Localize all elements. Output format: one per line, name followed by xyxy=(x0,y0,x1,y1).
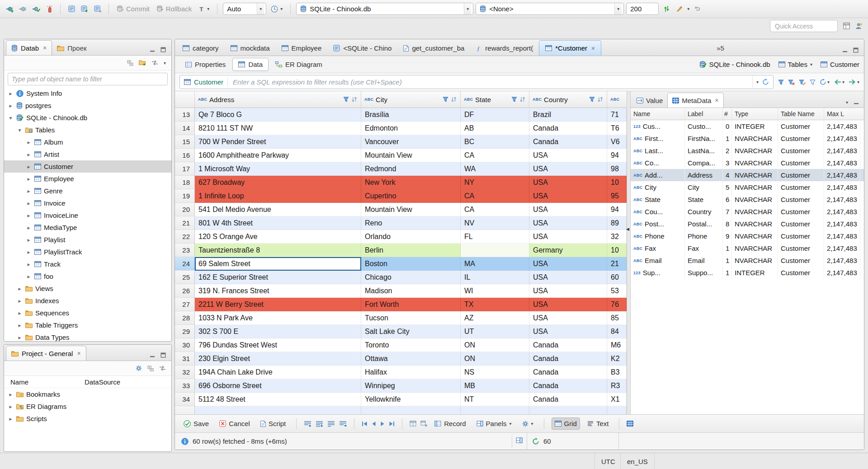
row-number-cell[interactable]: 19 xyxy=(175,189,195,203)
metadata-row[interactable]: ABCCityCity5NVARCHARCustomer2,147,483 xyxy=(631,181,864,193)
cell-address[interactable]: 194A Chain Lake Drive xyxy=(195,366,361,379)
cell-country[interactable]: USA xyxy=(529,284,607,298)
cell-state[interactable]: WA xyxy=(461,162,529,176)
cell-city[interactable]: Brasília xyxy=(361,108,461,122)
metadata-row[interactable]: ABCFirst...FirstNa...1NVARCHARCustomer2,… xyxy=(631,132,864,145)
cell-country[interactable]: Germany xyxy=(529,244,607,257)
context-container[interactable]: Tables ▾ xyxy=(778,61,812,68)
cell-address[interactable]: 1033 N Park Ave xyxy=(195,311,361,325)
row-number-cell[interactable]: 30 xyxy=(175,338,195,352)
tree-item-invoice[interactable]: ▸Invoice xyxy=(4,197,171,209)
view-menu-icon[interactable]: ▾ xyxy=(164,61,166,66)
tree-item-playlist[interactable]: ▸Playlist xyxy=(4,234,171,246)
column-header-postalcode[interactable]: ABC xyxy=(607,91,627,108)
open-in-window-icon[interactable] xyxy=(410,421,416,427)
reorder-icon[interactable] xyxy=(661,4,672,14)
collapsed-arrow-icon[interactable]: ▸ xyxy=(26,261,32,267)
cell-city[interactable]: Reno xyxy=(361,216,461,230)
column-header-name[interactable]: Name xyxy=(4,378,85,386)
row-number-cell[interactable]: 24 xyxy=(175,257,195,271)
text-view-toggle[interactable]: Text xyxy=(584,417,612,430)
cell-state[interactable]: NV xyxy=(461,216,529,230)
new-sql-editor-icon[interactable] xyxy=(79,4,90,14)
cell-city[interactable]: Cupertino xyxy=(361,189,461,203)
column-header-address[interactable]: ABCAddress xyxy=(195,91,361,108)
cell-country[interactable]: USA xyxy=(529,325,607,338)
expanded-arrow-icon[interactable]: ▾ xyxy=(17,127,23,133)
tab-metadata[interactable]: MetaData × xyxy=(667,93,723,108)
cell-city[interactable]: New York xyxy=(361,176,461,189)
row-number-cell[interactable]: 17 xyxy=(175,162,195,176)
editor-tab-employee[interactable]: Employee xyxy=(276,41,328,56)
cell-city[interactable]: Madison xyxy=(361,284,461,298)
metadata-row[interactable]: ABCAdd...Address4NVARCHARCustomer2,147,4… xyxy=(631,169,864,181)
tree-item-album[interactable]: ▸Album xyxy=(4,136,171,148)
metadata-row[interactable]: ABCLast...LastNa...2NVARCHARCustomer2,14… xyxy=(631,145,864,157)
column-header-name[interactable]: Name xyxy=(631,108,685,120)
cell-state[interactable]: CA xyxy=(461,149,529,162)
open-perspective-icon[interactable] xyxy=(843,23,850,29)
schema-select[interactable]: <None> ▾ xyxy=(476,3,624,15)
cell-postalcode[interactable]: K2 xyxy=(607,352,627,366)
row-number-cell[interactable] xyxy=(175,406,195,414)
transaction-mode-select[interactable]: Auto ▾ xyxy=(223,3,266,15)
minimize-icon[interactable] xyxy=(854,99,859,105)
cell-city[interactable]: Edmonton xyxy=(361,122,461,135)
tree-item-postgres[interactable]: ▸postgres xyxy=(4,99,171,112)
cell-address[interactable]: 1 Microsoft Way xyxy=(195,162,361,176)
cell-state[interactable] xyxy=(461,244,529,257)
tab-er-diagram[interactable]: ER Diagram xyxy=(269,58,328,71)
recent-sql-editor-icon[interactable] xyxy=(92,4,103,14)
collapsed-arrow-icon[interactable]: ▸ xyxy=(26,200,32,206)
cell-country[interactable]: USA xyxy=(529,189,607,203)
cell-state[interactable]: MA xyxy=(461,257,529,271)
metadata-row[interactable]: ABCFaxFax1NVARCHARCustomer2,147,483 xyxy=(631,242,864,254)
cell-postalcode[interactable]: X1 xyxy=(607,393,627,406)
cell-country[interactable]: USA xyxy=(529,271,607,284)
tree-item-tables[interactable]: ▾Tables xyxy=(4,124,171,136)
commit-button[interactable]: Commit xyxy=(114,4,152,14)
cell-address[interactable]: 8210 111 ST NW xyxy=(195,122,361,135)
apply-filter-icon[interactable] xyxy=(778,80,784,85)
timezone-indicator[interactable]: UTC xyxy=(594,453,622,469)
cell-postalcode[interactable]: 10 xyxy=(607,176,627,189)
record-button[interactable]: Record xyxy=(431,417,469,430)
cell-postalcode[interactable]: 95 xyxy=(607,189,627,203)
row-number-cell[interactable]: 34 xyxy=(175,393,195,406)
cell-city[interactable]: Vancouver xyxy=(361,135,461,149)
test-connection-icon[interactable] xyxy=(31,4,42,14)
cell-address[interactable]: 696 Osborne Street xyxy=(195,379,361,393)
tree-item-bookmarks[interactable]: ▸Bookmarks xyxy=(4,388,171,400)
tree-item-sequences[interactable]: ▸Sequences xyxy=(4,307,171,319)
cell-city[interactable]: Mountain View xyxy=(361,149,461,162)
tree-item-playlisttrack[interactable]: ▸PlaylistTrack xyxy=(4,246,171,258)
cell-country[interactable]: Canada xyxy=(529,366,607,379)
cell-city[interactable]: Orlando xyxy=(361,230,461,244)
cell-state[interactable]: AZ xyxy=(461,311,529,325)
collapsed-arrow-icon[interactable]: ▸ xyxy=(17,298,23,304)
minimize-icon[interactable] xyxy=(150,47,155,52)
fetch-size-input[interactable]: 200 xyxy=(626,3,659,15)
cell-postalcode[interactable]: T6 xyxy=(607,122,627,135)
panels-button[interactable]: Panels ▾ xyxy=(473,417,515,430)
filter-expression-input[interactable] xyxy=(232,78,748,86)
cell-country[interactable]: USA xyxy=(529,298,607,311)
close-icon[interactable]: × xyxy=(591,45,595,52)
filter-funnel-icon[interactable] xyxy=(343,97,349,102)
connect-icon[interactable] xyxy=(18,4,28,14)
tab-database-navigator[interactable]: Datab × xyxy=(6,40,52,55)
cell-country[interactable]: Canada xyxy=(529,135,607,149)
metadata-row[interactable]: ABCStateState6NVARCHARCustomer2,147,483 xyxy=(631,193,864,206)
collapsed-arrow-icon[interactable]: ▸ xyxy=(26,188,32,194)
editor-tab-mockdata[interactable]: mockdata xyxy=(225,41,276,56)
column-header-max-length[interactable]: Max L xyxy=(824,108,864,120)
collapsed-arrow-icon[interactable]: ▸ xyxy=(26,237,32,243)
maximize-icon[interactable] xyxy=(160,47,166,52)
tab-project-general[interactable]: Project - General × xyxy=(6,346,86,361)
cell-address[interactable]: Tauentzienstraße 8 xyxy=(195,244,361,257)
tree-item-foo[interactable]: ▸foo xyxy=(4,270,171,282)
cell-city[interactable]: Redmond xyxy=(361,162,461,176)
sort-icon[interactable] xyxy=(351,97,358,102)
cell-address[interactable]: 302 S 700 E xyxy=(195,325,361,338)
tree-item-artist[interactable]: ▸Artist xyxy=(4,148,171,160)
